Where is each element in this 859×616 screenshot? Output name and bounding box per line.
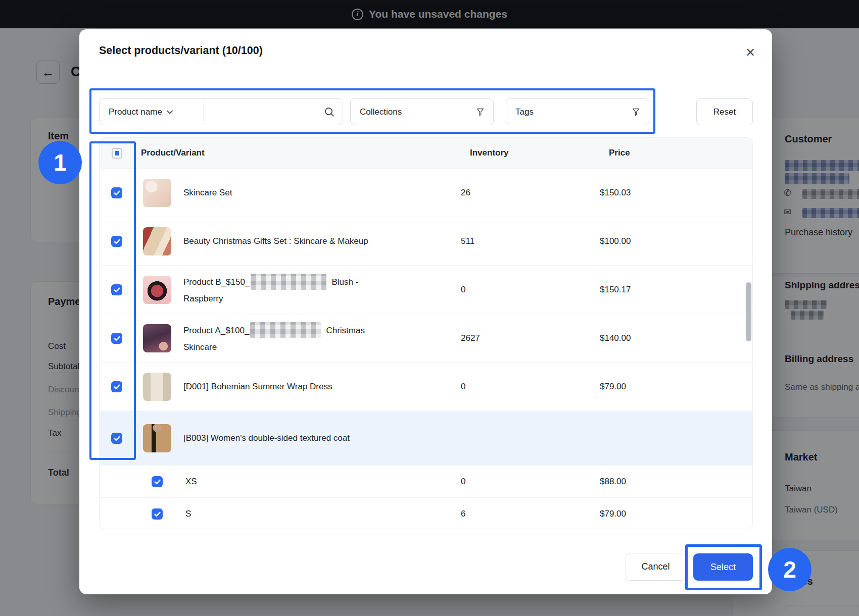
product-name: Product B_$150_Blush -Raspberry (183, 266, 446, 314)
table-row[interactable]: [B003] Women's double-sided textured coa… (100, 410, 752, 466)
product-thumbnail (143, 424, 171, 452)
annotation-box-checkbox-column (89, 141, 136, 460)
variant-name: XS (185, 466, 197, 498)
annotation-box-select-button (685, 544, 762, 590)
variant-checkbox[interactable] (152, 508, 163, 520)
product-price: $79.00 (600, 363, 626, 411)
variant-checkbox[interactable] (152, 476, 163, 487)
table-row[interactable]: Skincare Set 26 $150.03 (100, 168, 752, 217)
annotation-step-2: 2 (768, 548, 812, 591)
redacted-product-text (251, 274, 326, 290)
product-thumbnail (143, 276, 171, 304)
table-row[interactable]: Beauty Christmas Gifts Set : Skincare & … (100, 217, 752, 266)
column-header-product: Product/Variant (141, 138, 404, 168)
modal-title: Select products/variant (10/100) (99, 44, 263, 57)
variant-inventory: 6 (461, 498, 465, 529)
product-price: $150.03 (600, 169, 631, 217)
product-name: [B003] Women's double-sided textured coa… (183, 411, 446, 466)
variant-row[interactable]: XS 0 $88.00 (100, 465, 752, 498)
table-row[interactable]: Product B_$150_Blush -Raspberry 0 $150.1… (100, 265, 752, 314)
product-price: $150.17 (600, 266, 631, 314)
annotation-step-1: 1 (38, 141, 82, 184)
redacted-product-text (250, 322, 321, 338)
product-thumbnail (143, 324, 171, 352)
close-icon[interactable]: × (739, 41, 761, 64)
annotation-box-filters (89, 88, 655, 134)
product-name: Skincare Set (183, 169, 446, 217)
product-name: Beauty Christmas Gifts Set : Skincare & … (183, 217, 446, 266)
products-table: Product/Variant Inventory Price Skincare… (99, 137, 753, 529)
product-inventory: 0 (461, 266, 465, 314)
cancel-button[interactable]: Cancel (626, 553, 686, 581)
variant-price: $79.00 (600, 498, 626, 529)
product-inventory: 2627 (461, 314, 480, 363)
column-header-inventory: Inventory (470, 138, 509, 168)
variant-inventory: 0 (461, 466, 465, 498)
product-name: [D001] Bohemian Summer Wrap Dress (183, 363, 446, 411)
page: i You have unsaved changes ← C Item Paym… (0, 0, 859, 616)
table-row[interactable]: [D001] Bohemian Summer Wrap Dress 0 $79.… (100, 362, 752, 411)
table-header-row: Product/Variant Inventory Price (100, 138, 752, 168)
product-inventory: 26 (461, 169, 470, 217)
product-price: $140.00 (600, 314, 631, 363)
product-name: Product A_$100_ChristmasSkincare (183, 314, 446, 363)
variant-row[interactable]: S 6 $79.00 (100, 497, 752, 529)
table-scrollbar[interactable] (746, 282, 751, 341)
column-header-price: Price (609, 138, 630, 168)
product-inventory: 0 (461, 363, 465, 411)
variant-price: $88.00 (600, 466, 626, 498)
product-thumbnail (143, 179, 171, 207)
product-inventory: 511 (461, 217, 474, 266)
variant-name: S (185, 498, 191, 529)
table-row[interactable]: Product A_$100_ChristmasSkincare 2627 $1… (100, 314, 752, 363)
product-price: $100.00 (600, 217, 631, 266)
reset-button[interactable]: Reset (696, 98, 753, 125)
product-thumbnail (143, 227, 171, 255)
product-thumbnail (143, 373, 171, 401)
